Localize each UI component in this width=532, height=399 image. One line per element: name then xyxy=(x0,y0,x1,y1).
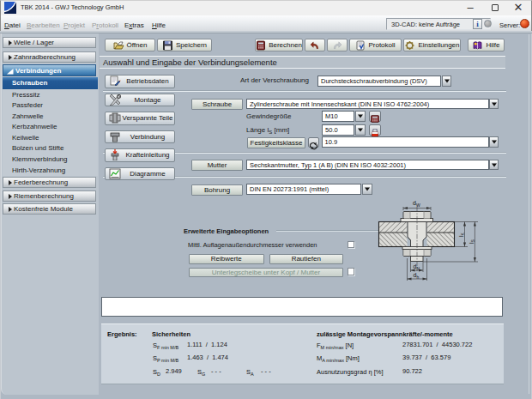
svg-text:lS: lS xyxy=(469,239,476,244)
svg-text:W: W xyxy=(416,203,420,208)
svg-text:h: h xyxy=(417,275,420,280)
svg-text:lK: lK xyxy=(458,232,466,237)
